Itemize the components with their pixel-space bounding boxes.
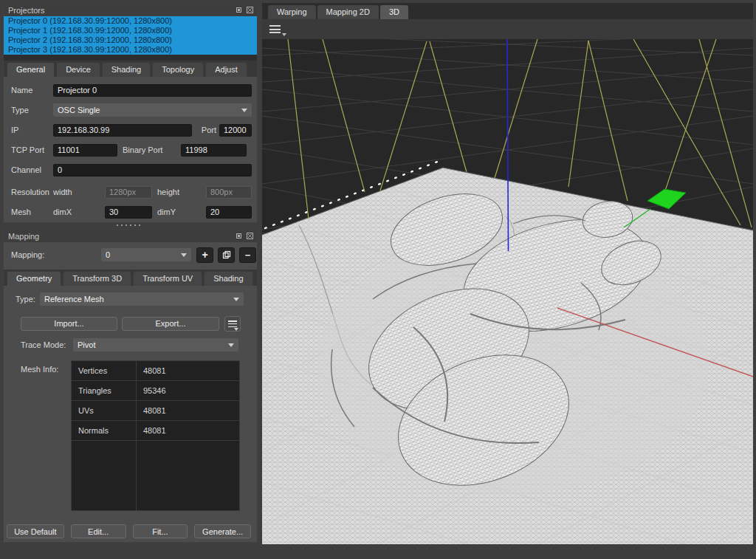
projectors-title: Projectors — [8, 6, 45, 15]
fit-button[interactable]: Fit... — [133, 524, 188, 538]
height-label: height — [157, 188, 206, 196]
ip-label: IP — [11, 126, 52, 134]
chevron-down-icon — [228, 343, 234, 347]
general-form: Name Type OSC Single IP Port TCP Port Bi… — [4, 77, 257, 222]
height-input[interactable] — [206, 186, 252, 199]
resolution-label: Resolution — [11, 188, 52, 196]
tcp-port-input[interactable] — [53, 144, 117, 157]
viewport-region: Warping Mapping 2D 3D — [262, 3, 753, 544]
projector-list-item[interactable]: Projector 1 (192.168.30.99:12000, 1280x8… — [4, 26, 257, 35]
view-options-menu-icon[interactable] — [269, 25, 281, 33]
ip-input[interactable] — [53, 124, 192, 137]
use-default-button[interactable]: Use Default — [7, 524, 64, 538]
copy-icon — [222, 250, 231, 259]
name-input[interactable] — [53, 84, 252, 97]
close-panel-icon[interactable] — [246, 232, 254, 240]
geom-type-value: Reference Mesh — [44, 295, 104, 303]
chevron-down-icon — [181, 253, 187, 257]
dimx-label: dimX — [53, 208, 105, 216]
channel-input[interactable] — [53, 164, 252, 176]
channel-label: Channel — [11, 165, 52, 174]
projector-list: Projector 0 (192.168.30.99:12000, 1280x8… — [4, 16, 257, 61]
tcp-port-label: TCP Port — [11, 145, 52, 154]
mapping-select-value: 0 — [106, 250, 110, 259]
geom-type-label: Type: — [16, 295, 38, 303]
chevron-down-icon — [233, 298, 239, 301]
tab-device[interactable]: Device — [56, 62, 100, 77]
generate-button[interactable]: Generate... — [194, 524, 251, 538]
close-panel-icon[interactable] — [246, 6, 254, 14]
binary-port-label: Binary Port — [123, 145, 181, 154]
table-row: Normals 48081 — [72, 421, 239, 441]
width-input[interactable] — [105, 186, 152, 199]
panel-splitter-handle[interactable] — [117, 224, 143, 226]
mesh-info-name: Vertices — [72, 366, 136, 375]
mapping-select[interactable]: 0 — [101, 248, 191, 261]
mapping-select-label: Mapping: — [11, 250, 101, 259]
mesh-info-name: UVs — [72, 406, 136, 415]
mesh-label: Mesh — [11, 208, 52, 216]
remove-mapping-button[interactable]: − — [239, 247, 256, 263]
list-menu-icon — [228, 320, 237, 327]
mesh-list-menu-button[interactable] — [224, 316, 241, 332]
table-row: UVs 48081 — [72, 401, 239, 421]
tab-geometry[interactable]: Geometry — [7, 271, 61, 286]
tab-warping[interactable]: Warping — [268, 5, 316, 19]
dimy-input[interactable] — [206, 206, 252, 219]
viewport-toolbar — [262, 19, 753, 39]
mesh-info-table: Vertices 48081 Triangles 95346 UVs 48081… — [71, 360, 240, 511]
edit-button[interactable]: Edit... — [71, 524, 126, 538]
chevron-down-icon — [241, 109, 247, 112]
mesh-info-value: 48081 — [136, 406, 166, 415]
trace-mode-dropdown[interactable]: Pivot — [73, 338, 238, 351]
tab-adjust[interactable]: Adjust — [205, 62, 247, 77]
tab-3d[interactable]: 3D — [380, 5, 408, 19]
tab-transform-uv[interactable]: Transform UV — [133, 271, 202, 286]
trace-mode-value: Pivot — [78, 340, 95, 349]
projector-list-item[interactable]: Projector 3 (192.168.30.99:12000, 1280x8… — [4, 45, 257, 55]
duplicate-mapping-button[interactable] — [218, 247, 235, 263]
width-label: width — [53, 188, 105, 196]
mesh-info-name: Normals — [72, 426, 136, 435]
export-button[interactable]: Export... — [122, 317, 219, 331]
tab-mapping-2d[interactable]: Mapping 2D — [317, 5, 379, 19]
mesh-info-value: 48081 — [136, 366, 166, 375]
tab-topology[interactable]: Topology — [152, 62, 204, 77]
mesh-info-value: 48081 — [136, 426, 166, 435]
tab-shading[interactable]: Shading — [102, 62, 151, 77]
add-mapping-button[interactable]: + — [196, 247, 213, 263]
port-label: Port — [192, 126, 216, 134]
type-value: OSC Single — [58, 106, 100, 114]
mapping-title: Mapping — [8, 232, 39, 241]
table-row: Vertices 48081 — [72, 361, 239, 381]
dimx-input[interactable] — [105, 206, 152, 219]
tab-shading-map[interactable]: Shading — [204, 271, 252, 286]
mesh-info-label: Mesh Info: — [21, 365, 58, 374]
projector-tabbar: General Device Shading Topology Adjust — [4, 61, 257, 77]
viewport-tabbar: Warping Mapping 2D 3D — [262, 3, 753, 19]
float-panel-icon[interactable] — [235, 232, 243, 240]
port-input[interactable] — [219, 124, 252, 137]
tab-transform-3d[interactable]: Transform 3D — [63, 271, 131, 286]
projectors-titlebar: Projectors — [4, 4, 257, 16]
projector-list-item[interactable]: Projector 0 (192.168.30.99:12000, 1280x8… — [4, 16, 257, 26]
import-button[interactable]: Import... — [21, 317, 117, 331]
mesh-info-name: Triangles — [72, 386, 136, 395]
type-label: Type — [11, 106, 52, 114]
projectors-panel: Projectors Projector 0 (192.168.30.99:12… — [3, 3, 258, 223]
viewport-3d-canvas[interactable] — [262, 39, 753, 544]
binary-port-input[interactable] — [181, 144, 247, 157]
projector-list-item[interactable]: Projector 2 (192.168.30.99:12000, 1280x8… — [4, 35, 257, 45]
mapping-panel: Mapping Mapping: 0 + — [3, 229, 258, 543]
dimy-label: dimY — [157, 208, 206, 216]
table-row: Triangles 95346 — [72, 381, 239, 401]
mapping-titlebar: Mapping — [4, 230, 257, 242]
trace-mode-label: Trace Mode: — [21, 340, 72, 349]
tab-general[interactable]: General — [7, 62, 55, 77]
type-dropdown[interactable]: OSC Single — [53, 103, 252, 117]
name-label: Name — [11, 86, 52, 95]
float-panel-icon[interactable] — [235, 6, 243, 14]
mesh-info-value: 95346 — [136, 386, 166, 395]
geom-type-dropdown[interactable]: Reference Mesh — [40, 292, 244, 306]
